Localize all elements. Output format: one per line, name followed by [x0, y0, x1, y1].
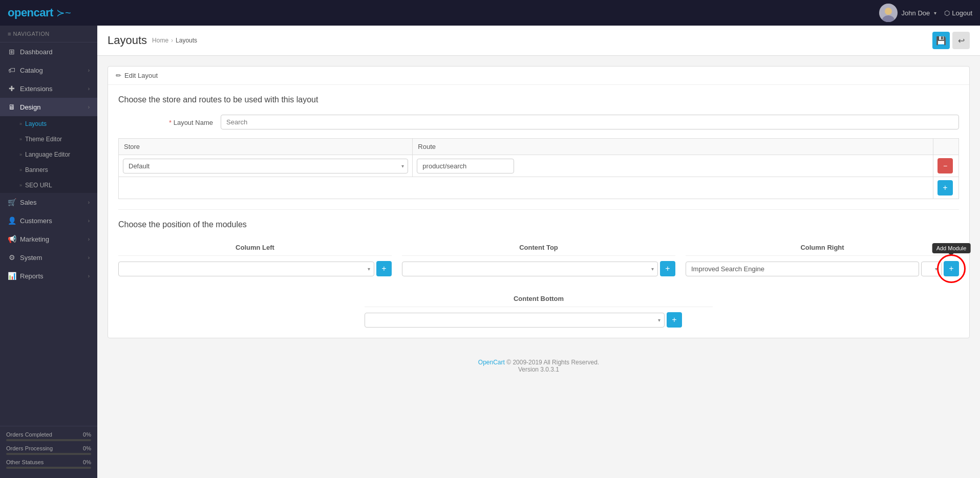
stat-orders-processing-value: 0% [83, 445, 91, 451]
back-button[interactable]: ↩ [952, 32, 970, 49]
sales-icon: 🛒 [8, 198, 16, 206]
catalog-icon: 🏷 [8, 66, 16, 74]
modules-grid: Column Left ▾ + [118, 240, 959, 280]
footer-brand-link[interactable]: OpenCart [478, 359, 505, 366]
route-col-header: Route [413, 139, 933, 155]
footer-version: Version 3.0.3.1 [518, 366, 559, 373]
breadcrumb-home[interactable]: Home [152, 37, 168, 44]
sidebar-item-sales[interactable]: 🛒 Sales › [0, 193, 97, 211]
sidebar-sub-item-theme-editor[interactable]: » Theme Editor [0, 132, 97, 147]
avatar [879, 4, 898, 22]
add-route-button[interactable]: + [938, 180, 953, 195]
store-cell: Default ▾ [119, 155, 413, 177]
logo: opencart ≻~ [8, 6, 71, 19]
layout-name-input[interactable] [221, 115, 959, 129]
remove-route-button[interactable]: − [938, 158, 953, 173]
customers-arrow-icon: › [88, 218, 90, 224]
store-select-wrapper: Default ▾ [123, 159, 408, 173]
sidebar-nav-header: ≡ NAVIGATION [0, 26, 97, 42]
action-col-header [933, 139, 959, 155]
main-content: Layouts Home › Layouts 💾 ↩ [97, 26, 980, 478]
stat-orders-completed: Orders Completed 0% [6, 431, 91, 441]
sales-arrow-icon: › [88, 200, 90, 205]
marketing-arrow-icon: › [88, 236, 90, 242]
action-cell: − [933, 155, 959, 177]
sidebar-item-marketing[interactable]: 📢 Marketing › [0, 230, 97, 248]
extensions-arrow-icon: › [88, 86, 90, 92]
sidebar: ≡ NAVIGATION ⊞ Dashboard 🏷 Catalog › ✚ E… [0, 26, 97, 478]
catalog-arrow-icon: › [88, 68, 90, 73]
section-title-modules: Choose the position of the modules [118, 220, 959, 229]
col-right-module: Column Right ▾ Add Mod [686, 240, 959, 280]
content-bottom-add-button[interactable]: + [667, 312, 682, 328]
route-input[interactable] [417, 159, 514, 173]
col-left-select-wrapper: ▾ [118, 262, 374, 276]
sidebar-sub-item-banners[interactable]: » Banners [0, 162, 97, 178]
store-col-header: Store [119, 139, 413, 155]
stat-other-statuses-label: Other Statuses [6, 459, 44, 465]
col-right-select[interactable] [921, 262, 942, 276]
sidebar-stats: Orders Completed 0% Orders Processing 0% [0, 426, 97, 478]
sidebar-item-customers[interactable]: 👤 Customers › [0, 211, 97, 230]
store-route-table-wrapper: Store Route [118, 138, 959, 199]
content-bottom-select[interactable] [365, 313, 665, 328]
content-bottom-header: Content Bottom [365, 291, 713, 307]
dashboard-icon: ⊞ [8, 48, 16, 56]
sub-arrow-icon4: » [19, 167, 22, 172]
page-title: Layouts [108, 34, 147, 47]
content-top-add-button[interactable]: + [660, 261, 675, 276]
section-title-store: Choose the store and routes to be used w… [118, 95, 959, 104]
sidebar-item-extensions[interactable]: ✚ Extensions › [0, 79, 97, 98]
marketing-icon: 📢 [8, 235, 16, 243]
logo-cart-icon: ≻~ [56, 7, 71, 19]
breadcrumb-sep: › [171, 37, 173, 44]
add-route-cell: + [933, 177, 959, 199]
sidebar-item-catalog[interactable]: 🏷 Catalog › [0, 61, 97, 79]
stat-orders-processing-label: Orders Processing [6, 445, 53, 451]
add-row: + [119, 177, 959, 199]
top-navbar: opencart ≻~ John Doe ▾ ⬡ Logout [0, 0, 980, 26]
sidebar-sub-item-language-editor[interactable]: » Language Editor [0, 147, 97, 162]
sidebar-sub-item-seo-url[interactable]: » SEO URL [0, 178, 97, 193]
system-icon: ⚙ [8, 253, 16, 262]
sidebar-item-system[interactable]: ⚙ System › [0, 248, 97, 267]
content-top-select-wrapper: ▾ [402, 262, 658, 276]
system-arrow-icon: › [88, 255, 90, 260]
col-right-value-input[interactable] [686, 262, 919, 276]
sidebar-item-reports[interactable]: 📊 Reports › [0, 267, 97, 285]
top-navbar-right: John Doe ▾ ⬡ Logout [879, 4, 972, 22]
store-select[interactable]: Default [123, 159, 408, 173]
col-left-add-button[interactable]: + [376, 261, 392, 276]
content-top-select[interactable] [402, 262, 658, 276]
minus-icon: − [943, 162, 947, 170]
store-route-table: Store Route [118, 138, 959, 199]
save-button[interactable]: 💾 [932, 32, 950, 49]
customers-icon: 👤 [8, 216, 16, 225]
stat-orders-processing: Orders Processing 0% [6, 445, 91, 455]
col-right-add-button[interactable]: + [944, 261, 959, 276]
sidebar-sub-item-layouts[interactable]: » Layouts [0, 116, 97, 132]
plus-icon: + [943, 183, 947, 192]
col-left-input-row: ▾ + [118, 261, 392, 276]
breadcrumb-current: Layouts [176, 37, 197, 44]
page-header-actions: 💾 ↩ [932, 32, 970, 49]
stat-other-statuses: Other Statuses 0% [6, 459, 91, 469]
stat-orders-processing-bar [6, 453, 91, 455]
logout-icon: ⬡ [944, 9, 950, 17]
sidebar-item-dashboard[interactable]: ⊞ Dashboard [0, 42, 97, 61]
design-arrow-icon: › [88, 104, 90, 110]
logout-button[interactable]: ⬡ Logout [944, 9, 972, 17]
sub-arrow-icon3: » [19, 152, 22, 157]
save-icon: 💾 [936, 36, 946, 46]
footer-copyright: © 2009-2019 All Rights Reserved. [506, 359, 599, 366]
sidebar-item-design[interactable]: 🖥 Design › [0, 98, 97, 116]
user-info[interactable]: John Doe ▾ [879, 4, 937, 22]
panel-header: ✏ Edit Layout [108, 67, 969, 85]
stat-orders-completed-label: Orders Completed [6, 431, 52, 438]
col-right-header: Column Right [686, 240, 959, 256]
design-icon: 🖥 [8, 103, 16, 111]
store-route-row: Default ▾ [119, 155, 959, 177]
col-left-select[interactable] [118, 262, 374, 276]
logo-text: opencart [8, 6, 53, 19]
back-icon: ↩ [958, 36, 965, 46]
